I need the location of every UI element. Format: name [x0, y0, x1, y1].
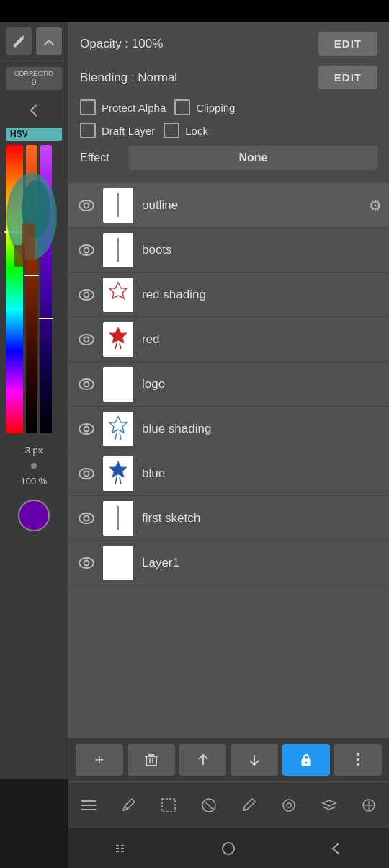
layer-item[interactable]: red shading: [68, 273, 389, 317]
lock-checkbox[interactable]: Lock: [164, 123, 208, 138]
eye-icon[interactable]: [76, 552, 97, 574]
layer-item[interactable]: boots: [68, 228, 389, 273]
layer-item[interactable]: red: [68, 317, 389, 362]
svg-point-21: [84, 560, 89, 565]
main-panel: Opacity : 100% EDIT Blending : Normal ED…: [68, 22, 389, 868]
more-options-btn[interactable]: ⋮: [334, 744, 382, 776]
back-btn[interactable]: [0, 96, 68, 125]
protect-alpha-box[interactable]: [80, 99, 96, 115]
layer-name: blue shading: [142, 422, 382, 436]
eraser-nav-btn[interactable]: [193, 789, 225, 821]
draft-layer-box[interactable]: [80, 123, 96, 138]
pencil-nav-btn[interactable]: [233, 789, 264, 821]
blending-edit-btn[interactable]: EDIT: [318, 66, 377, 89]
layer-item[interactable]: first sketch: [68, 496, 389, 541]
eye-icon[interactable]: [76, 239, 97, 261]
layer-thumb: [103, 456, 133, 491]
opacity-edit-btn[interactable]: EDIT: [318, 32, 377, 56]
layers-nav-btn[interactable]: [313, 789, 345, 821]
svg-line-33: [205, 802, 213, 809]
layer-item[interactable]: logo: [68, 362, 389, 407]
layer-thumb: [103, 233, 133, 267]
system-back-btn[interactable]: [318, 838, 354, 859]
eye-icon[interactable]: [76, 284, 97, 306]
svg-point-13: [84, 381, 89, 386]
layer-thumb: [103, 367, 133, 402]
protect-alpha-checkbox[interactable]: Protect Alpha: [80, 99, 166, 115]
effect-value[interactable]: None: [129, 146, 377, 170]
saturation-slider[interactable]: [26, 145, 37, 433]
layer-item[interactable]: blue: [68, 451, 389, 496]
delete-layer-btn[interactable]: [128, 744, 175, 776]
layer-item[interactable]: Layer1: [68, 541, 389, 585]
eye-icon[interactable]: [76, 508, 97, 529]
layer-thumb: [103, 322, 133, 357]
blending-label: Blending : Normal: [80, 71, 177, 85]
checkboxes-row-1: Protect Alpha Clipping: [80, 99, 377, 115]
size-dot: [0, 460, 68, 471]
svg-point-10: [79, 335, 94, 345]
svg-point-17: [84, 471, 89, 476]
select-nav-btn[interactable]: [153, 789, 184, 821]
draft-layer-checkbox[interactable]: Draft Layer: [80, 123, 155, 138]
system-menu-btn[interactable]: [104, 838, 140, 859]
menu-nav-btn[interactable]: [73, 789, 104, 821]
eye-icon[interactable]: [76, 418, 97, 440]
checkboxes-row-2: Draft Layer Lock: [80, 123, 377, 138]
svg-point-5: [84, 203, 89, 208]
layer-thumb: [103, 188, 133, 223]
svg-point-7: [84, 247, 89, 252]
blending-row: Blending : Normal EDIT: [80, 66, 377, 89]
svg-point-45: [223, 843, 234, 854]
curve-tool-btn[interactable]: [36, 27, 62, 55]
move-up-btn[interactable]: [179, 744, 227, 776]
svg-point-4: [79, 200, 94, 211]
layer-name: Layer1: [142, 556, 382, 570]
value-slider[interactable]: [40, 145, 52, 433]
eye-icon[interactable]: [76, 329, 97, 350]
top-bar: [0, 0, 389, 22]
svg-point-20: [79, 558, 94, 568]
svg-point-19: [84, 515, 89, 521]
add-layer-btn[interactable]: +: [76, 744, 123, 776]
left-toolbar: CORRECTIO 0 HSV 3 px: [0, 22, 68, 779]
lock-box[interactable]: [164, 123, 179, 138]
opacity-row: Opacity : 100% EDIT: [80, 32, 377, 56]
svg-point-14: [79, 424, 94, 434]
svg-point-8: [79, 290, 94, 300]
settings-icon[interactable]: ⚙: [369, 197, 382, 214]
layer-thumb: [103, 501, 133, 536]
svg-rect-22: [146, 756, 156, 766]
svg-rect-31: [162, 799, 175, 812]
layer-item[interactable]: outline ⚙: [68, 183, 389, 228]
svg-point-27: [305, 762, 308, 764]
eye-icon[interactable]: [76, 463, 97, 484]
eye-icon[interactable]: [76, 373, 97, 395]
circle-nav-btn[interactable]: [353, 789, 385, 821]
layer-name: logo: [142, 377, 382, 391]
move-down-btn[interactable]: [231, 744, 278, 776]
draft-layer-label: Draft Layer: [102, 125, 155, 137]
lock-label: Lock: [185, 125, 208, 137]
color-picker[interactable]: [18, 500, 50, 531]
bottom-nav: [68, 781, 389, 828]
svg-point-9: [84, 292, 89, 297]
hsv-label[interactable]: HSV: [6, 128, 62, 141]
pencil-tool-btn[interactable]: [6, 27, 32, 55]
svg-point-16: [79, 469, 94, 479]
layer-item[interactable]: blue shading: [68, 407, 389, 451]
clipping-box[interactable]: [174, 99, 190, 115]
eye-icon[interactable]: [76, 195, 97, 216]
color-nav-btn[interactable]: [273, 789, 305, 821]
protect-alpha-label: Protect Alpha: [102, 102, 166, 114]
svg-point-15: [84, 426, 89, 431]
hue-slider[interactable]: [6, 145, 23, 433]
layer-thumb: [103, 278, 133, 312]
clipping-checkbox[interactable]: Clipping: [174, 99, 235, 115]
layers-toolbar: +: [68, 738, 389, 781]
system-home-btn[interactable]: [210, 838, 246, 859]
svg-point-35: [287, 803, 291, 807]
layer-name: red: [142, 332, 382, 347]
lock-layer-btn[interactable]: [282, 744, 330, 776]
edit-nav-btn[interactable]: [112, 789, 144, 821]
